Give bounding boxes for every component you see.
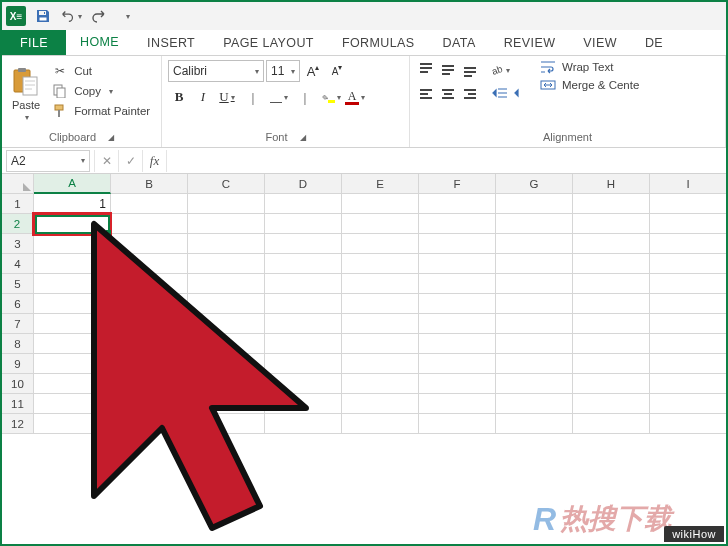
cell-A10[interactable]	[34, 374, 111, 394]
cell-D6[interactable]	[265, 294, 342, 314]
column-header-E[interactable]: E	[342, 174, 419, 194]
cell-C10[interactable]	[188, 374, 265, 394]
column-header-F[interactable]: F	[419, 174, 496, 194]
copy-button[interactable]: Copy ▾	[48, 82, 154, 100]
cell-G3[interactable]	[496, 234, 573, 254]
tab-developer-partial[interactable]: DE	[631, 30, 677, 55]
cell-B11[interactable]	[111, 394, 188, 414]
cell-E7[interactable]	[342, 314, 419, 334]
cell-H1[interactable]	[573, 194, 650, 214]
cell-D4[interactable]	[265, 254, 342, 274]
align-center-button[interactable]	[438, 84, 458, 104]
cell-I6[interactable]	[650, 294, 727, 314]
cell-F3[interactable]	[419, 234, 496, 254]
cell-B6[interactable]	[111, 294, 188, 314]
cell-C6[interactable]	[188, 294, 265, 314]
cell-F6[interactable]	[419, 294, 496, 314]
cell-E10[interactable]	[342, 374, 419, 394]
cell-D9[interactable]	[265, 354, 342, 374]
grow-font-button[interactable]: A▴	[302, 60, 324, 82]
tab-view[interactable]: VIEW	[569, 30, 631, 55]
cell-E5[interactable]	[342, 274, 419, 294]
tab-data[interactable]: DATA	[429, 30, 490, 55]
font-name-combo[interactable]: Calibri ▾	[168, 60, 264, 82]
decrease-indent-button[interactable]	[490, 84, 510, 104]
cell-F7[interactable]	[419, 314, 496, 334]
merge-center-button[interactable]: Merge & Cente	[540, 78, 639, 92]
cell-D3[interactable]	[265, 234, 342, 254]
tab-page-layout[interactable]: PAGE LAYOUT	[209, 30, 328, 55]
cell-G2[interactable]	[496, 214, 573, 234]
cell-G6[interactable]	[496, 294, 573, 314]
cell-A3[interactable]	[34, 234, 111, 254]
cell-I8[interactable]	[650, 334, 727, 354]
align-top-button[interactable]	[416, 60, 436, 80]
cell-A5[interactable]	[34, 274, 111, 294]
tab-home[interactable]: HOME	[66, 30, 133, 55]
cut-button[interactable]: ✂ Cut	[48, 62, 154, 80]
cell-B1[interactable]	[111, 194, 188, 214]
cell-E11[interactable]	[342, 394, 419, 414]
column-header-I[interactable]: I	[650, 174, 727, 194]
cell-H12[interactable]	[573, 414, 650, 434]
cell-C7[interactable]	[188, 314, 265, 334]
cell-F4[interactable]	[419, 254, 496, 274]
cell-F9[interactable]	[419, 354, 496, 374]
cell-F1[interactable]	[419, 194, 496, 214]
cell-E2[interactable]	[342, 214, 419, 234]
cell-I10[interactable]	[650, 374, 727, 394]
cell-B10[interactable]	[111, 374, 188, 394]
shrink-font-button[interactable]: A▾	[326, 60, 348, 82]
fill-color-button[interactable]: ▾	[320, 86, 342, 108]
cell-F11[interactable]	[419, 394, 496, 414]
cancel-formula-button[interactable]: ✕	[94, 150, 118, 172]
cell-I5[interactable]	[650, 274, 727, 294]
row-header-9[interactable]: 9	[2, 354, 34, 374]
select-all-button[interactable]	[2, 174, 34, 194]
cell-I11[interactable]	[650, 394, 727, 414]
wrap-text-button[interactable]: Wrap Text	[540, 60, 639, 74]
row-header-11[interactable]: 11	[2, 394, 34, 414]
cell-D11[interactable]	[265, 394, 342, 414]
cell-E3[interactable]	[342, 234, 419, 254]
cell-H8[interactable]	[573, 334, 650, 354]
underline-button[interactable]: U▾	[216, 86, 238, 108]
cell-C11[interactable]	[188, 394, 265, 414]
align-middle-button[interactable]	[438, 60, 458, 80]
cell-A1[interactable]: 1	[34, 194, 111, 214]
border-button[interactable]: ▾	[268, 86, 290, 108]
cell-C5[interactable]	[188, 274, 265, 294]
tab-formulas[interactable]: FORMULAS	[328, 30, 429, 55]
cell-G7[interactable]	[496, 314, 573, 334]
cell-D5[interactable]	[265, 274, 342, 294]
tab-review[interactable]: REVIEW	[490, 30, 570, 55]
cell-C8[interactable]	[188, 334, 265, 354]
cell-I4[interactable]	[650, 254, 727, 274]
cell-F8[interactable]	[419, 334, 496, 354]
cell-D2[interactable]	[265, 214, 342, 234]
font-size-combo[interactable]: 11 ▾	[266, 60, 300, 82]
cell-H5[interactable]	[573, 274, 650, 294]
row-header-5[interactable]: 5	[2, 274, 34, 294]
font-color-button[interactable]: A▾	[344, 86, 366, 108]
cell-F10[interactable]	[419, 374, 496, 394]
cell-G8[interactable]	[496, 334, 573, 354]
enter-formula-button[interactable]: ✓	[118, 150, 142, 172]
cell-C3[interactable]	[188, 234, 265, 254]
insert-function-button[interactable]: fx	[142, 150, 166, 172]
row-header-3[interactable]: 3	[2, 234, 34, 254]
cell-I12[interactable]	[650, 414, 727, 434]
cell-I7[interactable]	[650, 314, 727, 334]
cell-I1[interactable]	[650, 194, 727, 214]
tab-file[interactable]: FILE	[2, 30, 66, 55]
cell-D1[interactable]	[265, 194, 342, 214]
row-header-1[interactable]: 1	[2, 194, 34, 214]
row-header-10[interactable]: 10	[2, 374, 34, 394]
column-header-C[interactable]: C	[188, 174, 265, 194]
cell-A6[interactable]	[34, 294, 111, 314]
tab-insert[interactable]: INSERT	[133, 30, 209, 55]
column-header-A[interactable]: A	[34, 174, 111, 194]
cell-B8[interactable]	[111, 334, 188, 354]
cell-D8[interactable]	[265, 334, 342, 354]
cell-B4[interactable]	[111, 254, 188, 274]
